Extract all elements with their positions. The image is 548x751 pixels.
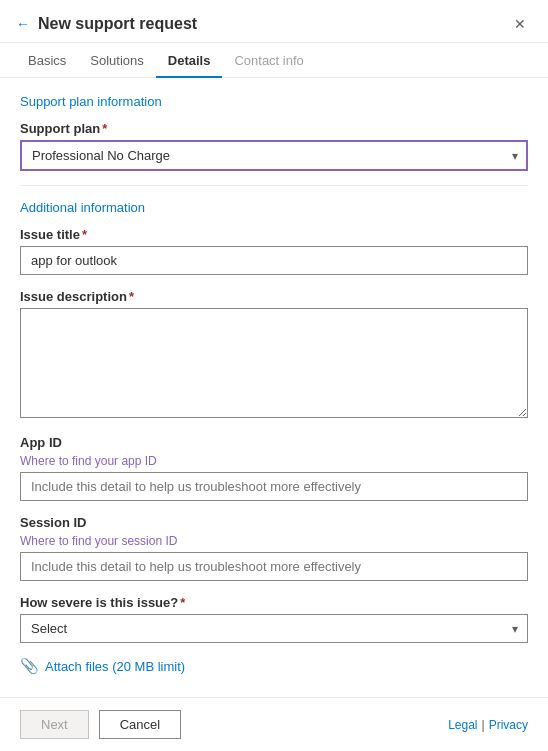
footer-link-separator: | [482,718,485,732]
issue-title-label: Issue title* [20,227,528,242]
issue-title-required: * [82,227,87,242]
dialog-container: ← New support request ✕ Basics Solutions… [0,0,548,751]
severity-field: How severe is this issue?* Select Minima… [20,595,528,643]
issue-description-field: Issue description* [20,289,528,421]
tab-bar: Basics Solutions Details Contact info [0,43,548,78]
issue-title-field: Issue title* [20,227,528,275]
support-plan-select[interactable]: Professional No Charge [20,140,528,171]
footer-links: Legal | Privacy [448,718,528,732]
severity-label: How severe is this issue?* [20,595,528,610]
session-id-helper-link[interactable]: Where to find your session ID [20,534,528,548]
next-button[interactable]: Next [20,710,89,739]
severity-required: * [180,595,185,610]
app-id-field: App ID Where to find your app ID [20,435,528,501]
legal-link[interactable]: Legal [448,718,477,732]
footer-actions: Next Cancel [20,710,181,739]
app-id-input[interactable] [20,472,528,501]
support-plan-select-wrapper: Professional No Charge ▾ [20,140,528,171]
support-plan-label: Support plan* [20,121,528,136]
attach-files-button[interactable]: Attach files (20 MB limit) [45,659,185,674]
support-plan-section-title: Support plan information [20,94,528,109]
dialog-header: ← New support request ✕ [0,0,548,43]
tab-details[interactable]: Details [156,43,223,78]
session-id-label: Session ID [20,515,528,530]
issue-title-input[interactable] [20,246,528,275]
app-id-helper-link[interactable]: Where to find your app ID [20,454,528,468]
form-content: Support plan information Support plan* P… [0,78,548,697]
back-button[interactable]: ← [16,16,30,32]
close-button[interactable]: ✕ [508,14,532,34]
dialog-footer: Next Cancel Legal | Privacy [0,697,548,751]
session-id-field: Session ID Where to find your session ID [20,515,528,581]
attach-icon: 📎 [20,657,39,675]
issue-description-textarea[interactable] [20,308,528,418]
header-left: ← New support request [16,15,197,33]
issue-description-required: * [129,289,134,304]
additional-info-section-title: Additional information [20,200,528,215]
section-divider [20,185,528,186]
severity-select[interactable]: Select Minimal Moderate Significant Crit… [20,614,528,643]
session-id-input[interactable] [20,552,528,581]
support-plan-field: Support plan* Professional No Charge ▾ [20,121,528,171]
tab-basics[interactable]: Basics [16,43,78,78]
tab-solutions[interactable]: Solutions [78,43,155,78]
cancel-button[interactable]: Cancel [99,710,181,739]
app-id-label: App ID [20,435,528,450]
issue-description-label: Issue description* [20,289,528,304]
privacy-link[interactable]: Privacy [489,718,528,732]
support-plan-required: * [102,121,107,136]
tab-contact-info: Contact info [222,43,315,78]
severity-select-wrapper: Select Minimal Moderate Significant Crit… [20,614,528,643]
dialog-title: New support request [38,15,197,33]
attach-files-row: 📎 Attach files (20 MB limit) [20,657,528,675]
